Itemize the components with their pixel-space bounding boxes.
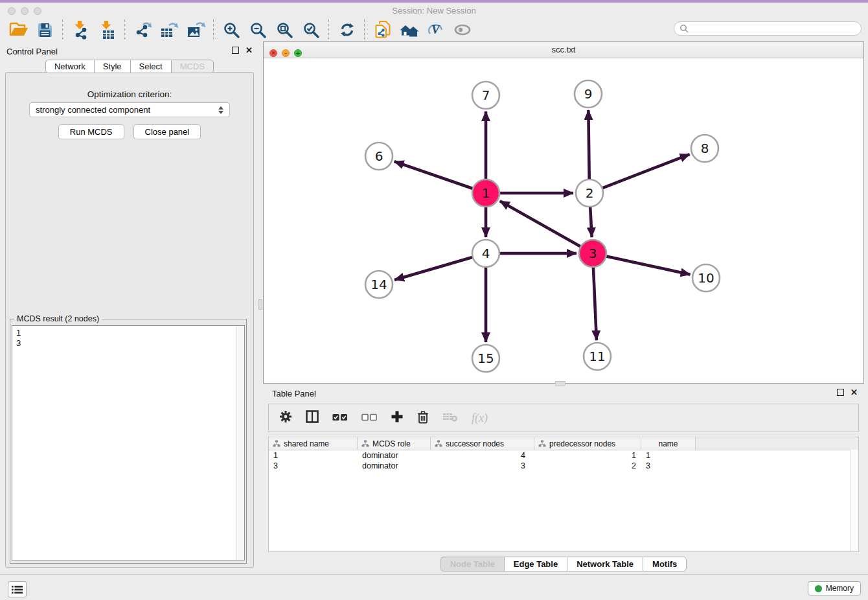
mcds-result-scrollbar[interactable]: [236, 326, 244, 560]
apply-layout-button[interactable]: [334, 19, 360, 40]
edge-2-9[interactable]: [588, 110, 589, 181]
node-4[interactable]: 4: [472, 240, 499, 267]
vizmapper-button[interactable]: V: [422, 19, 449, 40]
zoom-out-button[interactable]: [245, 19, 271, 40]
cell-predecessor-nodes[interactable]: 2: [534, 461, 641, 470]
node-6[interactable]: 6: [365, 143, 393, 170]
node-label: 14: [371, 277, 387, 292]
edge-4-14[interactable]: [394, 257, 474, 280]
node-14[interactable]: 14: [365, 271, 393, 298]
criterion-dropdown[interactable]: strongly connected component: [29, 102, 230, 117]
mcds-result-line: 3: [16, 338, 244, 349]
select-all-button[interactable]: [332, 412, 348, 424]
cell-predecessor-nodes[interactable]: 1: [534, 451, 641, 460]
close-panel-icon[interactable]: ✕: [851, 389, 858, 396]
zoom-in-button[interactable]: [218, 19, 245, 40]
import-network-icon: [73, 20, 89, 40]
close-panel-button[interactable]: Close panel: [133, 124, 201, 139]
node-3[interactable]: 3: [579, 240, 606, 267]
node-15[interactable]: 15: [472, 345, 499, 372]
show-columns-button[interactable]: [306, 410, 319, 426]
clone-network-icon: [374, 21, 391, 39]
memory-button[interactable]: Memory: [808, 581, 861, 595]
tab-node-table[interactable]: Node Table: [440, 557, 504, 571]
node-8[interactable]: 8: [691, 135, 718, 162]
import-table-icon: [99, 20, 116, 40]
memory-label: Memory: [826, 584, 854, 593]
cell-name[interactable]: 1: [641, 451, 696, 460]
node-9[interactable]: 9: [575, 80, 602, 108]
cell-successor-nodes[interactable]: 3: [431, 461, 534, 470]
search-field[interactable]: [674, 21, 862, 36]
node-7[interactable]: 7: [472, 82, 499, 109]
edge-3-1[interactable]: [500, 201, 582, 247]
vertical-split-grip[interactable]: [258, 299, 262, 310]
edge-2-3[interactable]: [590, 205, 592, 237]
import-network-button[interactable]: [67, 19, 94, 40]
column-header-predecessor-nodes[interactable]: predecessor nodes: [534, 437, 641, 450]
float-panel-icon[interactable]: [837, 389, 844, 396]
mcds-result-textarea[interactable]: 13: [12, 325, 245, 560]
cell-mcds-role[interactable]: dominator: [358, 451, 431, 460]
node-2[interactable]: 2: [576, 179, 603, 207]
search-input[interactable]: [692, 23, 861, 34]
open-folder-icon: [9, 22, 29, 38]
toolbar-separator: [62, 19, 63, 40]
node-10[interactable]: 10: [692, 264, 720, 292]
column-header-label: successor nodes: [446, 439, 504, 448]
task-history-button[interactable]: [8, 581, 27, 597]
zoom-fit-button[interactable]: [271, 19, 298, 40]
column-header-mcds-role[interactable]: MCDS role: [358, 437, 431, 450]
float-panel-icon[interactable]: [232, 47, 239, 54]
cell-shared-name[interactable]: 3: [269, 461, 358, 470]
zoom-in-icon: [223, 21, 240, 39]
close-panel-icon[interactable]: ✕: [246, 47, 253, 54]
clone-network-button[interactable]: [369, 19, 396, 40]
network-canvas[interactable]: 1234678910111415: [264, 58, 863, 383]
export-table-button[interactable]: [156, 19, 183, 40]
import-table-button[interactable]: [94, 19, 120, 40]
toolbar-separator: [213, 19, 214, 40]
column-header-shared-name[interactable]: shared name: [269, 437, 358, 450]
export-image-button[interactable]: [183, 19, 209, 40]
column-header-successor-nodes[interactable]: successor nodes: [431, 437, 534, 450]
cell-shared-name[interactable]: 1: [269, 451, 358, 460]
tab-motifs[interactable]: Motifs: [643, 557, 687, 571]
edge-3-11[interactable]: [593, 266, 597, 340]
tab-style[interactable]: Style: [94, 60, 130, 73]
delete-row-button[interactable]: [417, 410, 429, 426]
deselect-all-button[interactable]: [361, 412, 377, 424]
column-header-name[interactable]: name: [641, 437, 696, 450]
select-all-icon: [332, 413, 348, 421]
open-session-button[interactable]: [5, 19, 32, 40]
edge-2-8[interactable]: [601, 154, 690, 189]
cell-mcds-role[interactable]: dominator: [358, 461, 431, 470]
run-mcds-button[interactable]: Run MCDS: [58, 124, 124, 139]
table-scrollbar[interactable]: [850, 450, 858, 551]
export-network-button[interactable]: [130, 19, 156, 40]
cell-successor-nodes[interactable]: 4: [431, 451, 534, 460]
add-row-button[interactable]: [391, 410, 404, 426]
node-11[interactable]: 11: [584, 343, 611, 370]
tab-edge-table[interactable]: Edge Table: [504, 557, 567, 571]
zoom-selected-button[interactable]: [298, 19, 325, 40]
show-hide-button[interactable]: [449, 19, 475, 40]
save-session-button[interactable]: [32, 19, 58, 40]
cell-name[interactable]: 3: [641, 461, 696, 470]
delete-table-icon: [442, 411, 458, 422]
column-header-label: name: [658, 439, 678, 448]
save-disk-icon: [37, 22, 53, 38]
edge-1-6[interactable]: [394, 161, 474, 189]
node-1[interactable]: 1: [472, 179, 499, 207]
table-settings-button[interactable]: [279, 410, 292, 426]
home-button[interactable]: [396, 19, 422, 40]
tab-mcds[interactable]: MCDS: [171, 60, 214, 73]
tab-network-table[interactable]: Network Table: [567, 557, 643, 571]
edge-3-10[interactable]: [605, 256, 691, 275]
list-icon: [12, 585, 23, 594]
table-panel-title: Table Panel: [272, 389, 316, 398]
mcds-result-group: MCDS result (2 nodes) 13: [10, 319, 247, 564]
eye-icon: [453, 23, 472, 37]
tab-select[interactable]: Select: [130, 60, 171, 73]
tab-network[interactable]: Network: [45, 60, 94, 73]
